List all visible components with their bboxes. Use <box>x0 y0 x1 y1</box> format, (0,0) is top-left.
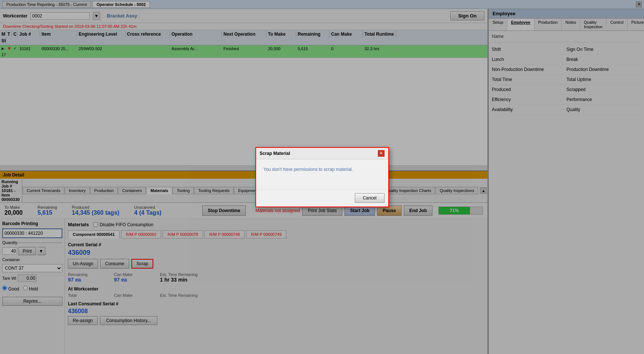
modal-footer: Cancel <box>256 189 388 207</box>
modal-message: You don't have permissions to scrap mate… <box>264 167 381 172</box>
modal-title: Scrap Material <box>260 151 290 156</box>
modal-body: You don't have permissions to scrap mate… <box>256 159 388 189</box>
cancel-button[interactable]: Cancel <box>355 193 384 203</box>
modal-overlay: Scrap Material ✕ You don't have permissi… <box>0 0 644 354</box>
modal-close-button[interactable]: ✕ <box>378 150 385 157</box>
scrap-material-dialog: Scrap Material ✕ You don't have permissi… <box>255 147 389 207</box>
modal-title-bar: Scrap Material ✕ <box>256 148 388 159</box>
